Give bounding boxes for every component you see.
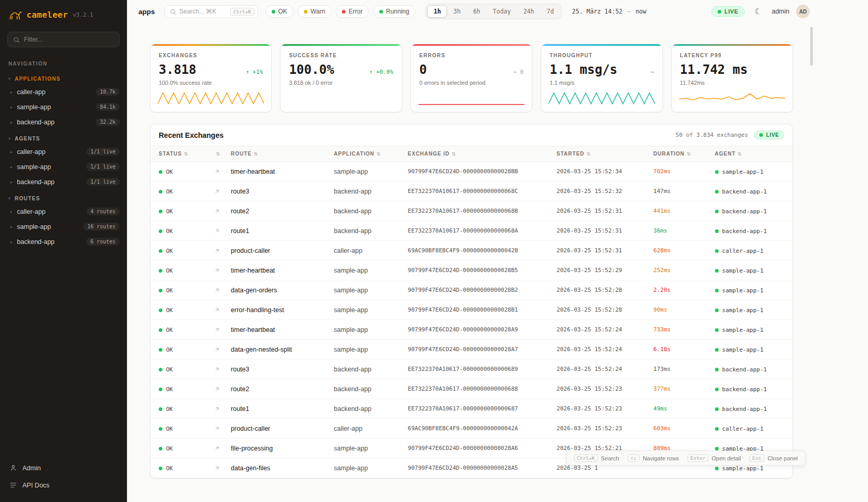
dark-mode-toggle[interactable]: ☾ [751,5,765,18]
status-filter-chip[interactable]: Error [336,5,369,18]
sidebar-item-admin[interactable]: Admin [0,459,127,477]
live-toggle[interactable]: LIVE [711,6,745,17]
duration-cell: 628ms [648,241,710,261]
sidebar-item-label: backend-app [17,238,55,246]
table-row[interactable]: OK route1 backend-app EE7322370A10617-00… [150,221,793,241]
global-search: Ctrl+K [164,5,258,18]
sidebar-item-application[interactable]: ▸ caller-app 10.7k [0,84,127,99]
status-filter-chip[interactable]: Running [373,5,416,18]
table-row[interactable]: OK data-gen-nested-split sample-app 9079… [150,340,793,359]
time-range-button[interactable]: 24h [517,5,541,18]
sidebar-item-api-docs[interactable]: API Docs [0,477,127,494]
agent-cell: sample-app-1 [722,465,763,472]
table-row[interactable]: OK route3 backend-app EE7322370A10617-00… [150,182,793,201]
stat-subtext: 11.742ms [680,80,784,86]
sidebar-item-application[interactable]: ▸ backend-app 32.2k [0,114,127,130]
col-status[interactable]: STATUS⇅ [150,146,209,162]
open-exchange-icon[interactable] [214,307,220,313]
open-exchange-icon[interactable] [214,346,220,353]
keyboard-hint: Enter Open detail [687,454,741,462]
sidebar-item-agent[interactable]: ▸ sample-app 1/1 live [0,159,127,174]
col-exchange-id[interactable]: EXCHANGE ID⇅ [403,146,552,162]
table-row[interactable]: OK timer-heartbeat sample-app 90799F47E6… [150,261,793,280]
sparkline-chart [679,89,785,108]
section-label: APPLICATIONS [15,76,60,82]
status-label: OK [166,406,173,413]
table-row[interactable]: OK timer-heartbeat sample-app 90799F47E6… [150,162,793,182]
table-row[interactable]: OK route2 backend-app EE7322370A10617-00… [150,201,793,221]
status-filter-chip[interactable]: Warn [298,5,331,18]
sidebar-item-label: caller-app [17,208,46,215]
time-range-button[interactable]: 6h [467,5,487,18]
open-exchange-icon[interactable] [214,248,220,254]
date-range-value: 25. März 14:52 [572,8,622,15]
time-range-button[interactable]: Today [487,5,517,18]
logo-row[interactable]: cameleer v3.2.1 [0,0,127,30]
agent-dot [715,328,719,332]
sidebar-item-agent[interactable]: ▸ caller-app 1/1 live [0,144,127,159]
started-cell: 2026-03-25 15:52:29 [552,261,648,280]
open-exchange-icon[interactable] [214,366,220,372]
duration-cell: 90ms [648,300,710,320]
sidebar-item-route[interactable]: ▸ sample-app 16 routes [0,219,127,234]
sparkline-chart [548,89,655,108]
sidebar-item-route[interactable]: ▸ backend-app 6 routes [0,234,127,249]
status-filter-chips: OK Warn Error Running [265,5,416,18]
sidebar-filter-input[interactable] [24,36,114,43]
open-exchange-icon[interactable] [214,188,220,195]
open-exchange-icon[interactable] [214,445,220,452]
date-range-display[interactable]: 25. März 14:52 — now [572,8,646,15]
exchange-id-cell: 90799F47E6CD24D-00000000000028A9 [403,320,552,340]
table-row[interactable]: OK product-caller caller-app 69AC90BF8EB… [150,241,793,261]
table-row[interactable]: OK data-gen-orders sample-app 90799F47E6… [150,280,793,300]
time-range-button[interactable]: 1h [427,5,447,18]
col-started[interactable]: STARTED⇅ [552,146,648,162]
section-header-applications[interactable]: ▾ APPLICATIONS [0,70,127,84]
col-duration[interactable]: DURATION⇅ [648,146,710,162]
table-row[interactable]: OK timer-heartbeat sample-app 90799F47E6… [150,320,793,340]
sidebar-item-route[interactable]: ▸ caller-app 4 routes [0,204,127,219]
application-cell: backend-app [329,399,403,419]
table-row[interactable]: OK product-caller caller-app 69AC90BF8EB… [150,419,793,439]
scrollbar-thumb[interactable] [810,27,813,66]
avatar[interactable]: AD [796,5,810,18]
col-route[interactable]: ROUTE⇅ [226,146,329,162]
open-exchange-icon[interactable] [214,267,220,274]
table-live-badge[interactable]: LIVE [754,131,784,139]
search-shortcut-kbd: Ctrl+K [230,8,254,16]
col-application[interactable]: APPLICATION⇅ [329,146,403,162]
col-open[interactable]: ⇅ [209,146,226,162]
agent-dot [715,348,719,352]
open-exchange-icon[interactable] [214,426,220,432]
status-dot [159,427,162,431]
sidebar-item-agent[interactable]: ▸ backend-app 1/1 live [0,174,127,189]
started-cell: 2026-03-25 15:52:24 [552,320,648,340]
open-exchange-icon[interactable] [214,465,220,471]
table-row[interactable]: OK route3 backend-app EE7322370A10617-00… [150,359,793,379]
open-exchange-icon[interactable] [214,208,220,214]
application-cell: backend-app [329,221,403,241]
open-exchange-icon[interactable] [214,228,220,234]
table-row[interactable]: OK error-handling-test sample-app 90799F… [150,300,793,320]
table-row[interactable]: OK route2 backend-app EE7322370A10617-00… [150,379,793,399]
agent-cell: backend-app-1 [722,228,767,235]
agent-cell: sample-app-1 [722,346,763,353]
search-input[interactable] [180,8,227,15]
time-range-button[interactable]: 3h [447,5,467,18]
table-row[interactable]: OK route1 backend-app EE7322370A10617-00… [150,399,793,419]
navigation-label: NAVIGATION [0,47,127,70]
sidebar-item-application[interactable]: ▸ sample-app 84.1k [0,99,127,114]
open-exchange-icon[interactable] [214,327,220,333]
open-exchange-icon[interactable] [214,386,220,392]
time-range-button[interactable]: 7d [540,5,560,18]
stat-value: 1.1 msg/s [550,62,617,77]
section-header-agents[interactable]: ▾ AGENTS [0,130,127,144]
col-agent[interactable]: AGENT⇅ [710,146,793,162]
open-exchange-icon[interactable] [214,169,220,175]
open-exchange-icon[interactable] [214,287,220,293]
card-accent-bar [411,44,532,46]
section-header-routes[interactable]: ▾ ROUTES [0,189,127,204]
sort-icon: ⇅ [377,151,381,157]
open-exchange-icon[interactable] [214,406,220,412]
status-filter-chip[interactable]: OK [265,5,293,18]
